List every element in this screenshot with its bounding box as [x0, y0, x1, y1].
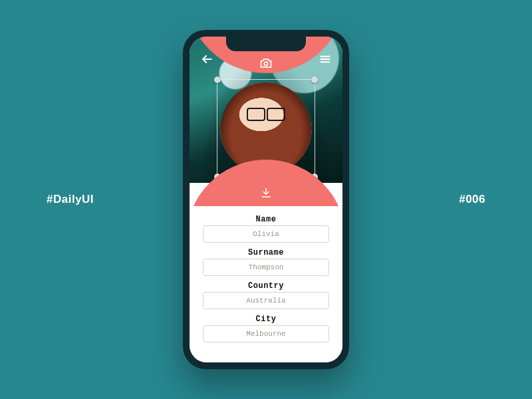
surname-label: Surname	[203, 248, 329, 257]
app-screen: Name Surname Country City	[190, 37, 342, 362]
phone-notch	[226, 37, 306, 51]
save-photo-button[interactable]	[260, 187, 272, 201]
phone-frame: Name Surname Country City	[183, 30, 349, 369]
city-input[interactable]	[203, 325, 329, 342]
top-bar	[190, 51, 342, 67]
back-arrow-icon	[200, 53, 213, 66]
crop-handle-tl[interactable]	[214, 76, 221, 83]
side-hashtag-left: #DailyUI	[47, 193, 94, 206]
name-label: Name	[203, 215, 329, 224]
side-hashtag-right: #006	[459, 193, 485, 206]
profile-form: Name Surname Country City	[190, 205, 342, 362]
country-input[interactable]	[203, 292, 329, 309]
download-icon	[260, 187, 272, 199]
crop-handle-tr[interactable]	[311, 76, 318, 83]
surname-input[interactable]	[203, 259, 329, 276]
menu-button[interactable]	[317, 51, 333, 67]
name-input[interactable]	[203, 225, 329, 243]
hamburger-icon	[319, 53, 332, 66]
back-button[interactable]	[199, 51, 215, 67]
city-label: City	[203, 315, 329, 324]
glasses-overlay	[247, 108, 285, 118]
country-label: Country	[203, 281, 329, 291]
